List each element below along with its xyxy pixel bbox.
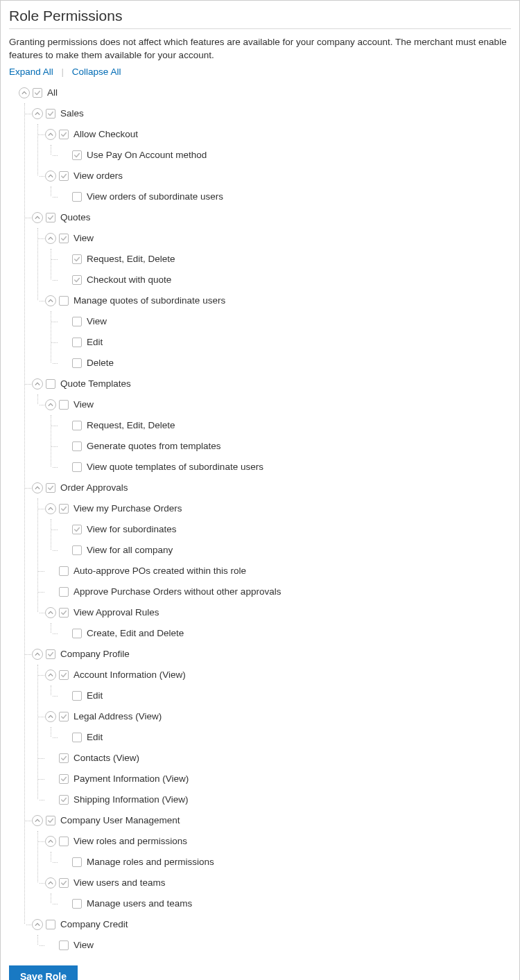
checkbox-quotes-sub-delete[interactable] — [72, 358, 82, 368]
toggle-qt-view[interactable] — [45, 399, 56, 410]
checkbox-pay-on-account[interactable] — [72, 150, 82, 160]
permission-tree: AllSalesAllow CheckoutUse Pay On Account… — [9, 82, 511, 956]
checkbox-quotes-sub-view[interactable] — [72, 317, 82, 326]
checkbox-po-rules-ced[interactable] — [72, 629, 82, 638]
label-pay-on-account: Use Pay On Account method — [87, 150, 207, 160]
toggle-company-credit[interactable] — [32, 919, 43, 930]
chevron-up-icon — [48, 402, 53, 408]
checkbox-cp-account[interactable] — [59, 670, 69, 680]
label-order-approvals: Order Approvals — [60, 482, 128, 493]
checkbox-po-auto[interactable] — [59, 566, 69, 576]
children-company-profile: Account Information (View)EditLegal Addr… — [37, 665, 511, 810]
toggle-cp-legal[interactable] — [45, 711, 56, 722]
chevron-up-icon — [48, 236, 53, 241]
check-icon — [47, 214, 54, 221]
label-quotes-sub-delete: Delete — [87, 358, 114, 368]
checkbox-cc-view[interactable] — [59, 940, 69, 950]
checkbox-quotes[interactable] — [46, 213, 55, 222]
check-icon — [60, 505, 67, 512]
toggle-cp-account[interactable] — [45, 670, 56, 681]
spacer — [45, 586, 59, 597]
checkbox-cp-legal-edit[interactable] — [72, 733, 82, 742]
label-view-orders-subordinate: View orders of subordinate users — [87, 191, 223, 202]
tree-row-qt-sub: View quote templates of subordinate user… — [58, 457, 511, 478]
children-allow-checkout: Use Pay On Account method — [51, 145, 511, 166]
toggle-company-user-mgmt[interactable] — [32, 815, 43, 826]
checkbox-company-credit[interactable] — [46, 920, 55, 929]
label-qt-gen: Generate quotes from templates — [87, 441, 221, 451]
checkbox-po-approve[interactable] — [59, 587, 69, 597]
checkbox-view-orders-subordinate[interactable] — [72, 192, 82, 202]
checkbox-qt-red[interactable] — [72, 421, 82, 430]
checkbox-cum-users[interactable] — [59, 878, 69, 888]
toggle-view-orders[interactable] — [45, 170, 56, 182]
separator: | — [62, 67, 64, 77]
checkbox-quotes-sub[interactable] — [59, 296, 69, 306]
toggle-order-approvals[interactable] — [32, 482, 43, 493]
checkbox-company-profile[interactable] — [46, 649, 55, 659]
label-po-auto: Auto-approve POs created within this rol… — [73, 566, 246, 576]
checkbox-view-orders[interactable] — [59, 171, 69, 181]
toggle-quotes[interactable] — [32, 212, 43, 223]
checkbox-quotes-red[interactable] — [72, 254, 82, 264]
spacer — [58, 150, 72, 161]
toggle-quote-templates[interactable] — [32, 378, 43, 390]
checkbox-quotes-view[interactable] — [59, 234, 69, 243]
label-cp-account: Account Information (View) — [73, 670, 186, 680]
label-quotes-sub-view: View — [87, 316, 107, 326]
collapse-all-link[interactable]: Collapse All — [72, 67, 121, 77]
children-cp-legal: Edit — [51, 727, 511, 748]
toggle-cum-roles[interactable] — [45, 836, 56, 847]
expand-all-link[interactable]: Expand All — [9, 67, 53, 77]
label-po-rules-ced: Create, Edit and Delete — [87, 628, 184, 638]
checkbox-company-user-mgmt[interactable] — [46, 816, 55, 825]
checkbox-cp-shipping[interactable] — [59, 795, 69, 805]
label-sales: Sales — [60, 108, 84, 119]
checkbox-qt-sub[interactable] — [72, 462, 82, 472]
check-icon — [47, 817, 54, 824]
chevron-up-icon — [48, 610, 53, 615]
checkbox-cp-contacts[interactable] — [59, 753, 69, 763]
checkbox-cum-roles-manage[interactable] — [72, 857, 82, 867]
toggle-cum-users[interactable] — [45, 877, 56, 889]
checkbox-quotes-sub-edit[interactable] — [72, 338, 82, 347]
label-cum-users: View users and teams — [73, 877, 166, 888]
checkbox-quotes-checkout[interactable] — [72, 275, 82, 285]
save-role-button[interactable]: Save Role — [9, 965, 78, 980]
checkbox-qt-gen[interactable] — [72, 441, 82, 451]
checkbox-po-view-sub[interactable] — [72, 525, 82, 534]
label-cc-view: View — [73, 940, 94, 950]
toggle-quotes-sub[interactable] — [45, 295, 56, 306]
toggle-allow-checkout[interactable] — [45, 129, 56, 140]
toggle-po-view[interactable] — [45, 503, 56, 514]
checkbox-cp-payment[interactable] — [59, 774, 69, 784]
checkbox-cum-roles[interactable] — [59, 837, 69, 846]
checkbox-cum-users-manage[interactable] — [72, 899, 82, 909]
label-cum-users-manage: Manage users and teams — [87, 898, 192, 909]
checkbox-po-rules[interactable] — [59, 608, 69, 618]
toggle-quotes-view[interactable] — [45, 233, 56, 244]
checkbox-sales[interactable] — [46, 109, 55, 119]
checkbox-po-view-all[interactable] — [72, 545, 82, 555]
toggle-po-rules[interactable] — [45, 607, 56, 618]
checkbox-po-view[interactable] — [59, 504, 69, 514]
checkbox-quote-templates[interactable] — [46, 379, 55, 389]
tree-row-cum-users-manage: Manage users and teams — [58, 893, 511, 914]
checkbox-all[interactable] — [33, 88, 42, 98]
children-quote-templates: ViewRequest, Edit, DeleteGenerate quotes… — [37, 394, 511, 478]
children-cum-roles: Manage roles and permissions — [51, 852, 511, 873]
toggle-all[interactable] — [19, 87, 30, 98]
checkbox-order-approvals[interactable] — [46, 483, 55, 493]
check-icon — [47, 110, 54, 117]
checkbox-allow-checkout[interactable] — [59, 130, 69, 139]
check-icon — [34, 89, 41, 96]
spacer — [58, 254, 72, 265]
checkbox-cp-legal[interactable] — [59, 712, 69, 721]
tree-row-cp-account-edit: Edit — [58, 685, 511, 706]
spacer — [58, 628, 72, 639]
toggle-sales[interactable] — [32, 108, 43, 119]
checkbox-qt-view[interactable] — [59, 400, 69, 410]
chevron-up-icon — [48, 839, 53, 844]
toggle-company-profile[interactable] — [32, 649, 43, 660]
checkbox-cp-account-edit[interactable] — [72, 691, 82, 701]
